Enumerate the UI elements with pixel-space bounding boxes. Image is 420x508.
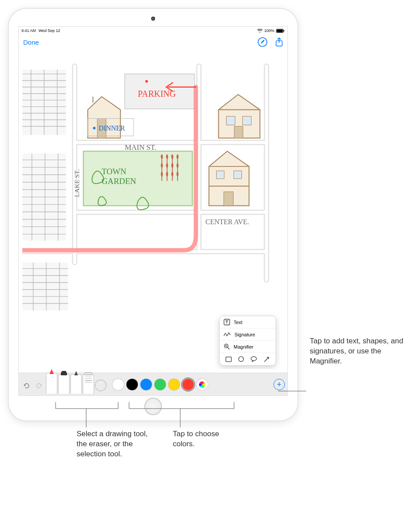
sketch-label-parking: PARKING [138, 89, 176, 99]
svg-rect-52 [234, 126, 243, 138]
color-wheel-button[interactable] [196, 379, 208, 390]
svg-point-62 [238, 356, 243, 361]
add-object-button[interactable]: + [273, 379, 285, 390]
popover-item-text[interactable]: Text [220, 316, 276, 328]
svg-rect-51 [242, 116, 251, 125]
svg-rect-50 [226, 116, 235, 125]
svg-point-44 [145, 80, 148, 83]
svg-point-63 [251, 356, 257, 360]
home-button[interactable] [144, 398, 162, 415]
add-object-popover: Text Signature Magnifier [219, 316, 276, 366]
tool-pencil[interactable] [70, 374, 82, 394]
color-swatch[interactable] [168, 379, 180, 390]
battery-icon [276, 29, 285, 33]
popover-label: Magnifier [234, 344, 253, 349]
color-group [112, 379, 208, 390]
sketch-label-lake-st: LAKE ST. [74, 169, 80, 197]
sketch-label-main-st: MAIN ST. [125, 143, 156, 152]
undo-button[interactable] [21, 381, 32, 391]
sketch-label-center-ave: CENTER AVE. [206, 218, 249, 226]
sketch-label-town: TOWN [102, 167, 126, 176]
status-battery-text: 100% [264, 28, 274, 33]
popover-shapes-row [220, 353, 276, 365]
svg-rect-61 [226, 357, 231, 362]
status-bar: 9:41 AM Wed Sep 12 100% [19, 27, 287, 35]
popover-shape-circle[interactable] [238, 356, 244, 362]
tool-eraser[interactable] [83, 374, 94, 394]
popover-shape-arrow[interactable] [263, 356, 270, 363]
done-button[interactable]: Done [23, 39, 39, 46]
color-swatch[interactable] [112, 379, 124, 390]
svg-point-59 [224, 344, 228, 348]
device-camera [151, 17, 155, 21]
svg-rect-1 [277, 29, 283, 32]
svg-point-60 [225, 345, 227, 347]
svg-rect-56 [234, 171, 242, 179]
sketch-label-garden: GARDEN [102, 176, 136, 186]
popover-item-magnifier[interactable]: Magnifier [220, 341, 276, 353]
popover-shape-speech[interactable] [250, 356, 257, 362]
nav-bar: Done [19, 35, 287, 49]
tool-marker[interactable] [46, 373, 57, 394]
share-icon[interactable] [275, 37, 283, 47]
color-swatch[interactable] [182, 379, 194, 390]
callout-tools: Select a drawing tool, the eraser, or th… [77, 429, 151, 459]
drawing-tool-group [46, 373, 106, 394]
color-swatch[interactable] [140, 379, 152, 390]
wifi-icon [257, 29, 262, 33]
ipad-device-frame: 9:41 AM Wed Sep 12 100% Done [9, 9, 298, 420]
svg-rect-2 [284, 30, 284, 32]
popover-label: Text [234, 320, 242, 325]
status-time: 9:41 AM [21, 28, 36, 33]
screen: 9:41 AM Wed Sep 12 100% Done [18, 26, 288, 396]
markup-toolbar: + [19, 373, 287, 395]
callout-add-object: Tap to add text, shapes, and signatures,… [310, 336, 410, 367]
svg-point-47 [93, 127, 95, 129]
markup-pen-icon[interactable] [258, 37, 267, 47]
color-swatch[interactable] [126, 379, 138, 390]
status-date: Wed Sep 12 [38, 28, 60, 33]
popover-label: Signature [234, 332, 255, 337]
callout-colors: Tap to choose colors. [173, 429, 238, 449]
sketch-label-dinner: DINNER [98, 124, 125, 132]
popover-item-signature[interactable]: Signature [220, 328, 276, 341]
svg-rect-57 [224, 192, 233, 206]
drawing-canvas[interactable]: PARKING DINNER MAIN ST. TOWN GARDEN LAKE… [22, 53, 284, 369]
tool-lasso[interactable] [95, 380, 106, 391]
tool-highlighter[interactable] [58, 374, 70, 394]
color-swatch[interactable] [154, 379, 166, 390]
svg-rect-55 [217, 171, 224, 179]
popover-shape-rect[interactable] [225, 356, 232, 362]
redo-button[interactable] [34, 381, 44, 391]
